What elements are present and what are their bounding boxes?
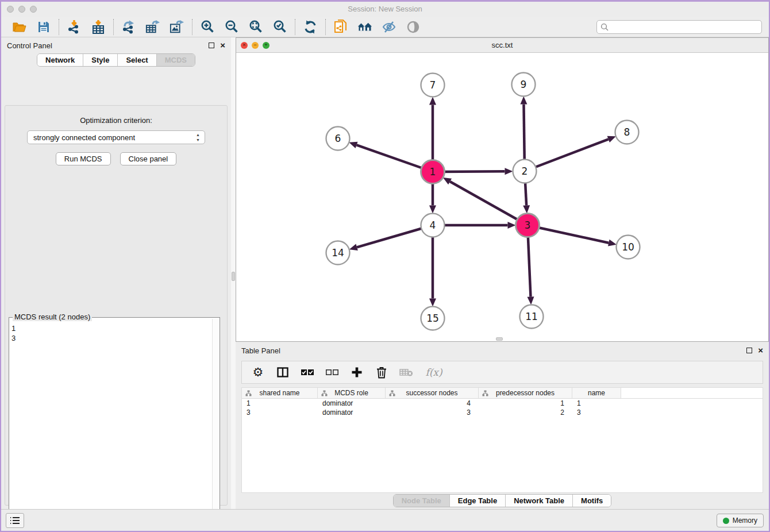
add-column-icon[interactable]	[350, 365, 364, 379]
task-history-button[interactable]	[6, 513, 24, 528]
node-15[interactable]: 15	[421, 307, 445, 330]
cell[interactable]: 4	[386, 399, 479, 408]
close-table-panel-icon[interactable]: ×	[758, 348, 763, 353]
column-header-name[interactable]: name	[572, 388, 621, 398]
main-toolbar	[1, 17, 769, 37]
tab-network-table[interactable]: Network Table	[506, 495, 573, 507]
first-neighbors-icon[interactable]	[357, 20, 372, 34]
tab-motifs[interactable]: Motifs	[573, 495, 611, 507]
column-header-predecessor-nodes[interactable]: predecessor nodes	[479, 388, 572, 398]
node-1[interactable]: 1	[421, 160, 445, 184]
select-stepper-icon: ▲▼	[196, 132, 200, 142]
float-table-panel-icon[interactable]	[746, 348, 752, 353]
zoom-selected-icon[interactable]	[272, 20, 287, 34]
export-network-icon[interactable]	[121, 20, 136, 34]
function-builder-icon[interactable]: f(x)	[424, 365, 444, 379]
mcds-result-group: MCDS result (2 nodes) 13	[9, 317, 220, 532]
tab-style[interactable]: Style	[83, 54, 118, 66]
node-table[interactable]: shared nameMCDS rolesuccessor nodesprede…	[241, 387, 763, 493]
network-window-title: scc.txt	[236, 41, 768, 49]
float-panel-icon[interactable]	[209, 43, 214, 48]
deselect-all-icon[interactable]	[325, 365, 339, 379]
application-window: Session: New Session	[0, 0, 770, 532]
close-panel-button[interactable]: Close panel	[120, 152, 177, 165]
table-row[interactable]: 1dominator411	[242, 399, 763, 408]
edge-3-1[interactable]	[450, 182, 528, 225]
cell[interactable]: 3	[386, 408, 479, 417]
table-panel: Table Panel × ⚙	[236, 342, 769, 509]
tab-select[interactable]: Select	[118, 54, 156, 66]
open-file-icon[interactable]	[12, 20, 27, 34]
cell[interactable]: dominator	[318, 408, 386, 417]
clone-network-icon[interactable]	[333, 20, 348, 34]
vertical-splitter[interactable]	[231, 37, 236, 509]
export-table-icon[interactable]	[145, 20, 160, 34]
mcds-result-list[interactable]: 13	[11, 323, 211, 532]
cell[interactable]: dominator	[318, 399, 386, 408]
settings-gear-icon[interactable]: ⚙	[251, 365, 265, 379]
network-graph[interactable]: 7968124314101511	[236, 53, 770, 341]
fit-content-icon[interactable]	[248, 20, 263, 34]
show-all-icon[interactable]	[406, 20, 421, 34]
tab-network[interactable]: Network	[37, 54, 83, 66]
node-6[interactable]: 6	[326, 127, 350, 151]
cell[interactable]: 3	[242, 408, 318, 417]
cell[interactable]: 1	[479, 399, 572, 408]
node-2[interactable]: 2	[513, 160, 537, 183]
node-4[interactable]: 4	[421, 214, 445, 237]
list-icon	[10, 516, 20, 525]
column-header-successor-nodes[interactable]: successor nodes	[386, 388, 479, 398]
cell[interactable]: 3	[572, 408, 621, 417]
node-10[interactable]: 10	[617, 236, 640, 259]
show-column-panel-icon[interactable]	[276, 365, 290, 379]
cell[interactable]: 1	[572, 399, 621, 408]
node-14[interactable]: 14	[326, 241, 350, 265]
node-9[interactable]: 9	[512, 73, 536, 97]
import-table-icon[interactable]	[91, 20, 106, 34]
optimization-select[interactable]: strongly connected component ▲▼	[27, 130, 205, 144]
network-window-titlebar[interactable]: × − + scc.txt	[236, 38, 768, 53]
run-mcds-button[interactable]: Run MCDS	[56, 152, 111, 165]
svg-text:8: 8	[624, 126, 630, 138]
table-panel-header: Table Panel ×	[236, 342, 769, 358]
column-header-MCDS-role[interactable]: MCDS role	[318, 388, 386, 398]
column-header-shared-name[interactable]: shared name	[242, 388, 318, 398]
export-image-icon[interactable]	[170, 20, 184, 34]
node-11[interactable]: 11	[520, 305, 544, 329]
search-input[interactable]	[596, 20, 762, 34]
node-7[interactable]: 7	[421, 74, 445, 97]
save-session-icon[interactable]	[36, 20, 51, 34]
import-network-icon[interactable]	[67, 20, 82, 34]
horizontal-splitter-grip[interactable]	[496, 337, 503, 341]
zoom-in-icon[interactable]	[200, 20, 215, 34]
control-panel: Control Panel × NetworkStyleSelectMCDS O…	[1, 37, 231, 509]
table-row[interactable]: 3dominator323	[242, 408, 763, 417]
close-panel-icon[interactable]: ×	[220, 43, 225, 48]
select-all-icon[interactable]	[301, 365, 314, 379]
tab-edge-table[interactable]: Edge Table	[450, 495, 506, 507]
node-3[interactable]: 3	[516, 214, 540, 237]
hide-selected-icon[interactable]	[382, 20, 396, 34]
svg-text:11: 11	[525, 311, 538, 322]
refresh-icon[interactable]	[303, 20, 318, 34]
result-scrollbar[interactable]	[212, 319, 218, 532]
svg-text:3: 3	[525, 219, 531, 231]
zoom-out-icon[interactable]	[224, 20, 239, 34]
edge-2-8[interactable]	[525, 139, 609, 171]
delete-table-icon[interactable]	[399, 365, 413, 379]
table-body: 1dominator4113dominator323	[242, 399, 763, 417]
network-canvas[interactable]: 7968124314101511	[236, 53, 768, 341]
cell[interactable]: 1	[242, 399, 318, 408]
column-type-icon	[321, 390, 328, 396]
cell[interactable]: 2	[479, 408, 572, 417]
delete-column-icon[interactable]	[375, 365, 388, 379]
svg-text:6: 6	[335, 133, 341, 144]
tab-node-table[interactable]: Node Table	[394, 495, 450, 507]
search-field-wrap	[596, 20, 762, 34]
mcds-panel: Optimization criterion: strongly connect…	[5, 105, 228, 506]
tab-mcds[interactable]: MCDS	[157, 54, 195, 66]
memory-button[interactable]: Memory	[717, 514, 764, 527]
splitter-grip[interactable]	[232, 272, 235, 281]
node-8[interactable]: 8	[615, 121, 639, 144]
svg-text:10: 10	[622, 241, 634, 253]
